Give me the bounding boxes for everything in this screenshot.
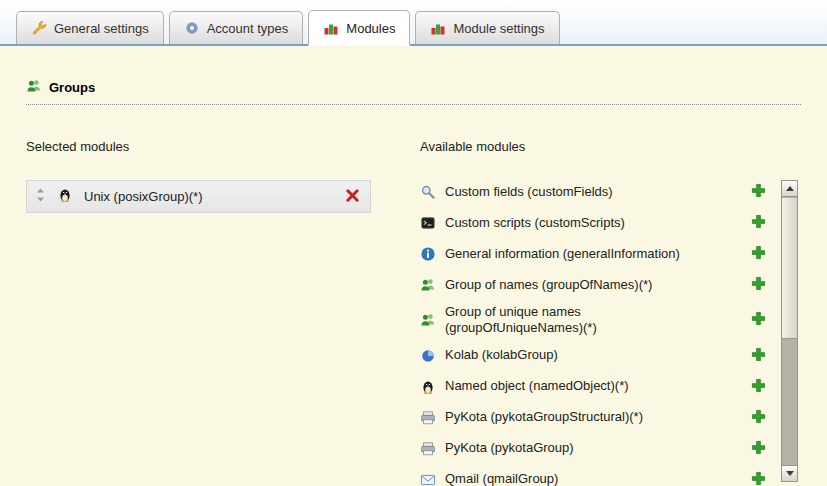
tux-icon bbox=[420, 379, 436, 395]
terminal-icon bbox=[420, 215, 436, 231]
magnifier-icon bbox=[420, 184, 436, 200]
add-module-button[interactable] bbox=[751, 471, 766, 486]
add-module-button[interactable] bbox=[751, 276, 766, 294]
plus-icon bbox=[751, 378, 766, 396]
add-module-button[interactable] bbox=[751, 183, 766, 201]
printer-icon bbox=[420, 441, 436, 457]
add-module-button[interactable] bbox=[751, 311, 766, 329]
available-module-row: PyKota (pykotaGroupStructural)(*) bbox=[420, 406, 766, 430]
available-module-row: PyKota (pykotaGroup) bbox=[420, 437, 766, 461]
plus-icon bbox=[751, 276, 766, 294]
scroll-thumb[interactable] bbox=[782, 198, 797, 339]
module-label: Qmail (qmailGroup) bbox=[445, 471, 558, 486]
add-module-button[interactable] bbox=[751, 409, 766, 427]
scroll-down-button[interactable] bbox=[782, 465, 797, 481]
module-label: Group of unique names (groupOfUniqueName… bbox=[445, 304, 707, 337]
add-module-button[interactable] bbox=[751, 378, 766, 396]
available-module-row: Group of names (groupOfNames)(*) bbox=[420, 273, 766, 297]
tab-general-settings[interactable]: General settings bbox=[16, 11, 164, 44]
tab-label: Account types bbox=[207, 21, 289, 36]
available-module-row: Group of unique names (groupOfUniqueName… bbox=[420, 304, 766, 337]
wrench-icon bbox=[31, 20, 47, 36]
scrollbar[interactable] bbox=[781, 180, 798, 482]
module-label: Custom scripts (customScripts) bbox=[445, 215, 625, 231]
add-module-button[interactable] bbox=[751, 440, 766, 458]
available-module-row: Named object (namedObject)(*) bbox=[420, 375, 766, 399]
mail-icon bbox=[420, 472, 436, 486]
plus-icon bbox=[751, 311, 766, 329]
available-modules-heading: Available modules bbox=[420, 139, 798, 154]
modules-icon bbox=[323, 20, 339, 36]
info-icon bbox=[420, 246, 436, 262]
module-label: Custom fields (customFields) bbox=[445, 184, 613, 200]
tab-modules[interactable]: Modules bbox=[308, 10, 410, 46]
module-label: General information (generalInformation) bbox=[445, 246, 680, 262]
delete-icon bbox=[345, 188, 360, 206]
available-module-row: Custom scripts (customScripts) bbox=[420, 211, 766, 235]
tab-bar: General settings Account types Modules M… bbox=[0, 0, 827, 46]
tab-label: General settings bbox=[54, 21, 149, 36]
kolab-icon bbox=[420, 348, 436, 364]
available-module-row: Kolab (kolabGroup) bbox=[420, 344, 766, 368]
gear-icon bbox=[184, 20, 200, 36]
plus-icon bbox=[751, 183, 766, 201]
module-label: Kolab (kolabGroup) bbox=[445, 347, 558, 363]
tab-label: Modules bbox=[346, 21, 395, 36]
plus-icon bbox=[751, 214, 766, 232]
available-module-row: Qmail (qmailGroup) bbox=[420, 468, 766, 486]
move-handle-icon[interactable] bbox=[35, 187, 46, 207]
tab-account-types[interactable]: Account types bbox=[169, 11, 304, 44]
plus-icon bbox=[751, 440, 766, 458]
available-modules-column: Available modules Custom fields (customF… bbox=[420, 139, 798, 486]
module-label: PyKota (pykotaGroupStructural)(*) bbox=[445, 409, 643, 425]
plus-icon bbox=[751, 347, 766, 365]
groups-icon bbox=[420, 312, 436, 328]
modules-icon bbox=[430, 20, 446, 36]
module-label: Named object (namedObject)(*) bbox=[445, 378, 629, 394]
section-heading: Groups bbox=[26, 78, 801, 97]
module-label: Unix (posixGroup)(*) bbox=[84, 189, 334, 204]
tab-label: Module settings bbox=[453, 21, 544, 36]
groups-icon bbox=[26, 78, 42, 97]
scroll-up-arrow-icon bbox=[786, 186, 794, 191]
available-module-row: Custom fields (customFields) bbox=[420, 180, 766, 204]
add-module-button[interactable] bbox=[751, 245, 766, 263]
available-module-row: General information (generalInformation) bbox=[420, 242, 766, 266]
available-modules-list: Custom fields (customFields) Custom scri… bbox=[420, 180, 798, 486]
selected-modules-column: Selected modules Unix (posixGroup)(*) bbox=[26, 139, 386, 486]
separator bbox=[26, 104, 801, 105]
tab-module-settings[interactable]: Module settings bbox=[415, 11, 559, 44]
selected-modules-heading: Selected modules bbox=[26, 139, 386, 154]
remove-module-button[interactable] bbox=[345, 188, 360, 206]
add-module-button[interactable] bbox=[751, 347, 766, 365]
selected-module-row[interactable]: Unix (posixGroup)(*) bbox=[26, 180, 371, 213]
plus-icon bbox=[751, 245, 766, 263]
plus-icon bbox=[751, 471, 766, 486]
section-title: Groups bbox=[49, 80, 95, 95]
plus-icon bbox=[751, 409, 766, 427]
scroll-down-arrow-icon bbox=[786, 471, 794, 476]
printer-icon bbox=[420, 410, 436, 426]
add-module-button[interactable] bbox=[751, 214, 766, 232]
module-label: PyKota (pykotaGroup) bbox=[445, 440, 574, 456]
content-panel: Groups Selected modules Unix (posixGroup… bbox=[0, 46, 827, 486]
groups-icon bbox=[420, 277, 436, 293]
tux-icon bbox=[57, 187, 73, 207]
module-label: Group of names (groupOfNames)(*) bbox=[445, 277, 652, 293]
scroll-up-button[interactable] bbox=[782, 181, 797, 197]
